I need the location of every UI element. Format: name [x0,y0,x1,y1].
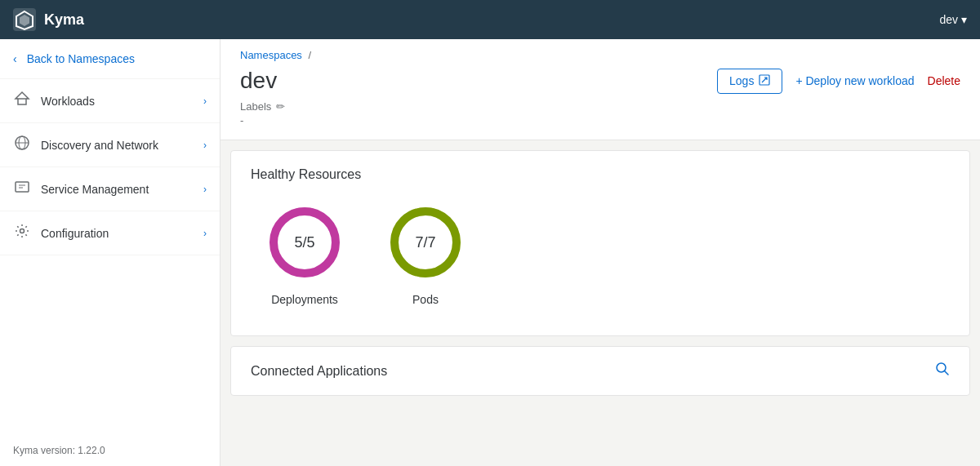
connected-applications-card: Connected Applications [230,346,970,396]
service-management-label: Service Management [41,183,194,196]
pods-label: Pods [412,293,439,306]
svg-line-17 [945,371,949,375]
deployments-chart: 5/5 Deployments [264,202,345,306]
workloads-chevron-icon: › [203,95,207,107]
edit-labels-icon[interactable]: ✏ [276,100,285,113]
back-chevron-icon: ‹ [13,52,17,65]
main-content: Healthy Resources 5/5 Deployments [220,150,980,396]
sidebar-item-service-management[interactable]: Service Management › [0,167,220,211]
deployments-label: Deployments [271,293,338,306]
user-dropdown-icon: ▾ [961,13,967,26]
configuration-label: Configuration [41,227,194,240]
main-content-area: Namespaces / dev Logs [220,39,980,466]
breadcrumb-parent[interactable]: Namespaces [240,49,302,61]
labels-heading: Labels [240,100,271,113]
svg-rect-7 [16,182,29,192]
sidebar-item-configuration[interactable]: Configuration › [0,211,220,255]
pods-chart: 7/7 Pods [385,202,466,306]
page-actions: Logs + Deploy new workload Delete [717,69,960,94]
logo: Kyma [13,8,84,31]
configuration-chevron-icon: › [203,228,207,239]
page-header: Namespaces / dev Logs [220,39,980,140]
healthy-resources-card: Healthy Resources 5/5 Deployments [230,150,970,336]
discovery-network-label: Discovery and Network [41,139,194,152]
sidebar: ‹ Back to Namespaces Workloads › [0,39,220,466]
breadcrumb: Namespaces / [240,49,960,61]
delete-label: Delete [928,74,960,87]
svg-rect-3 [18,99,26,104]
svg-point-10 [20,229,24,233]
deployments-donut: 5/5 [264,202,345,283]
service-management-chevron-icon: › [203,184,207,195]
labels-row: Labels ✏ [240,100,960,113]
discovery-network-icon [13,135,31,155]
username-label: dev [939,13,958,26]
page-title: dev [240,68,277,94]
service-management-icon [13,179,31,199]
healthy-resources-title: Healthy Resources [251,167,950,182]
back-to-namespaces[interactable]: ‹ Back to Namespaces [0,39,220,79]
logs-button[interactable]: Logs [717,69,782,94]
deploy-label: + Deploy new workload [795,74,914,87]
pods-value: 7/7 [415,234,435,251]
connected-applications-search-icon[interactable] [935,362,950,380]
page-title-row: dev Logs + Deploy new workload [240,68,960,94]
logs-button-label: Logs [729,74,754,87]
main-layout: ‹ Back to Namespaces Workloads › [0,39,980,466]
sidebar-item-discovery-network[interactable]: Discovery and Network › [0,123,220,167]
connected-applications-title: Connected Applications [251,364,387,379]
sidebar-item-workloads[interactable]: Workloads › [0,79,220,123]
breadcrumb-separator: / [309,49,312,61]
logs-export-icon [759,74,770,88]
labels-value: - [240,114,960,126]
sidebar-version: Kyma version: 1.22.0 [0,435,220,466]
pods-donut: 7/7 [385,202,466,283]
kyma-logo-icon [13,8,36,31]
app-name: Kyma [44,11,84,29]
configuration-icon [13,223,31,243]
deployments-value: 5/5 [294,234,314,251]
deploy-workload-button[interactable]: + Deploy new workload [795,74,914,87]
user-menu[interactable]: dev ▾ [939,13,967,26]
sidebar-nav: ‹ Back to Namespaces Workloads › [0,39,220,435]
charts-row: 5/5 Deployments 7/7 Pods [251,202,950,319]
workloads-icon [13,91,31,111]
back-label: Back to Namespaces [27,52,135,65]
delete-button[interactable]: Delete [928,74,960,87]
discovery-network-chevron-icon: › [203,140,207,151]
app-header: Kyma dev ▾ [0,0,980,39]
workloads-label: Workloads [41,95,194,108]
